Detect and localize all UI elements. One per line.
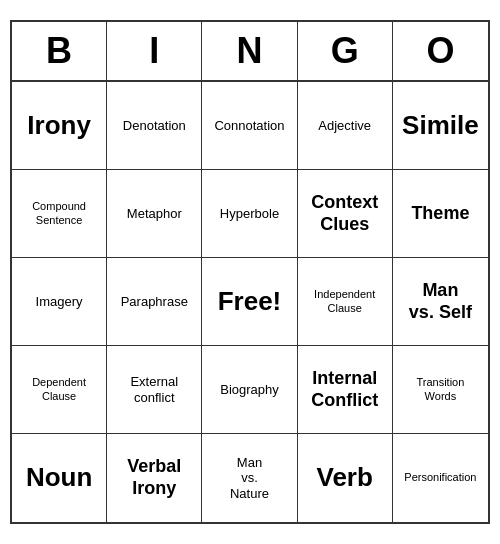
cell-text-15: DependentClause [32, 376, 86, 402]
bingo-cell-1: Denotation [107, 82, 202, 170]
cell-text-5: CompoundSentence [32, 200, 86, 226]
cell-text-19: TransitionWords [416, 376, 464, 402]
cell-text-0: Irony [27, 110, 91, 141]
header-letter-N: N [202, 22, 297, 80]
bingo-cell-21: VerbalIrony [107, 434, 202, 522]
cell-text-12: Free! [218, 286, 282, 317]
bingo-cell-4: Simile [393, 82, 488, 170]
bingo-cell-17: Biography [202, 346, 297, 434]
bingo-cell-7: Hyperbole [202, 170, 297, 258]
cell-text-4: Simile [402, 110, 479, 141]
cell-text-23: Verb [317, 462, 373, 493]
bingo-cell-13: IndependentClause [298, 258, 393, 346]
cell-text-20: Noun [26, 462, 92, 493]
cell-text-6: Metaphor [127, 206, 182, 222]
bingo-cell-8: ContextClues [298, 170, 393, 258]
bingo-cell-10: Imagery [12, 258, 107, 346]
bingo-cell-24: Personification [393, 434, 488, 522]
cell-text-7: Hyperbole [220, 206, 279, 222]
bingo-cell-18: InternalConflict [298, 346, 393, 434]
bingo-cell-6: Metaphor [107, 170, 202, 258]
cell-text-14: Manvs. Self [409, 280, 472, 323]
cell-text-21: VerbalIrony [127, 456, 181, 499]
bingo-cell-5: CompoundSentence [12, 170, 107, 258]
cell-text-9: Theme [411, 203, 469, 225]
cell-text-22: Manvs.Nature [230, 455, 269, 502]
header-letter-B: B [12, 22, 107, 80]
bingo-cell-11: Paraphrase [107, 258, 202, 346]
bingo-cell-19: TransitionWords [393, 346, 488, 434]
cell-text-10: Imagery [36, 294, 83, 310]
bingo-cell-0: Irony [12, 82, 107, 170]
header-letter-O: O [393, 22, 488, 80]
bingo-cell-12: Free! [202, 258, 297, 346]
header-letter-G: G [298, 22, 393, 80]
bingo-cell-9: Theme [393, 170, 488, 258]
cell-text-2: Connotation [214, 118, 284, 134]
cell-text-16: Externalconflict [130, 374, 178, 405]
cell-text-1: Denotation [123, 118, 186, 134]
bingo-cell-15: DependentClause [12, 346, 107, 434]
cell-text-8: ContextClues [311, 192, 378, 235]
cell-text-24: Personification [404, 471, 476, 484]
bingo-cell-20: Noun [12, 434, 107, 522]
cell-text-17: Biography [220, 382, 279, 398]
bingo-cell-3: Adjective [298, 82, 393, 170]
cell-text-18: InternalConflict [311, 368, 378, 411]
bingo-cell-23: Verb [298, 434, 393, 522]
cell-text-11: Paraphrase [121, 294, 188, 310]
cell-text-3: Adjective [318, 118, 371, 134]
bingo-card: BINGO IronyDenotationConnotationAdjectiv… [10, 20, 490, 524]
header-letter-I: I [107, 22, 202, 80]
bingo-header: BINGO [12, 22, 488, 82]
bingo-cell-14: Manvs. Self [393, 258, 488, 346]
bingo-cell-22: Manvs.Nature [202, 434, 297, 522]
bingo-cell-2: Connotation [202, 82, 297, 170]
bingo-grid: IronyDenotationConnotationAdjectiveSimil… [12, 82, 488, 522]
cell-text-13: IndependentClause [314, 288, 375, 314]
bingo-cell-16: Externalconflict [107, 346, 202, 434]
